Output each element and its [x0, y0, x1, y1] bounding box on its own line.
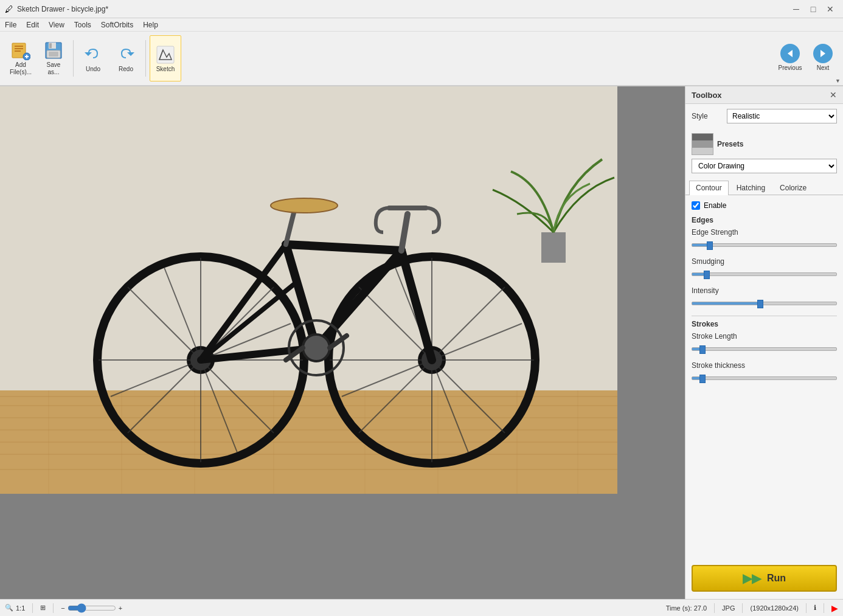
stroke-length-fill [692, 348, 699, 350]
zoom-value: 1:1 [16, 604, 25, 612]
status-sep-1 [32, 603, 33, 613]
run-icon: ▶▶ [743, 571, 761, 586]
status-sep-3 [714, 603, 715, 613]
edge-strength-row: Edge Strength [692, 228, 837, 251]
status-sep-6 [824, 603, 824, 613]
smudging-thumb[interactable] [704, 271, 710, 279]
stroke-thickness-label: Stroke thickness [692, 361, 837, 370]
intensity-thumb[interactable] [757, 300, 763, 308]
zoom-icon: 🔍 [5, 604, 13, 612]
next-label: Next [817, 64, 830, 71]
canvas-area [0, 86, 685, 599]
edge-strength-slider-container [692, 239, 837, 251]
main-content: Toolbox ✕ Style Realistic Sketch Cartoon… [0, 86, 843, 599]
menu-file[interactable]: File [0, 19, 21, 30]
presets-label: Presets [717, 140, 743, 148]
edges-section-label: Edges [692, 216, 837, 224]
svg-rect-9 [49, 43, 52, 48]
svg-marker-13 [788, 50, 793, 57]
menu-help[interactable]: Help [138, 19, 163, 30]
app-title: Sketch Drawer - bicycle.jpg* [17, 5, 108, 13]
status-fit: ⊞ [40, 604, 46, 612]
undo-label: Undo [86, 66, 100, 72]
edge-strength-track [692, 243, 837, 247]
minimize-button[interactable]: ─ [788, 3, 804, 15]
add-files-button[interactable]: AddFile(s)... [5, 35, 36, 81]
smudging-row: Smudging [692, 257, 837, 280]
add-files-label: AddFile(s)... [10, 61, 32, 76]
stroke-thickness-slider-container [692, 372, 837, 384]
presets-thumbnail [692, 133, 713, 155]
preset-select[interactable]: Color Drawing Pencil Sketch Charcoal Pen… [692, 159, 837, 173]
style-section: Style Realistic Sketch Cartoon Watercolo… [685, 104, 843, 133]
redo-button[interactable]: Redo [110, 35, 142, 81]
strokes-section-label: Strokes [692, 320, 837, 328]
next-button[interactable]: Next [808, 34, 838, 80]
zoom-plus-icon[interactable]: + [119, 604, 122, 612]
toolbox-panel: Toolbox ✕ Style Realistic Sketch Cartoon… [685, 86, 843, 599]
save-as-icon [44, 41, 63, 60]
stroke-length-thumb[interactable] [699, 345, 706, 354]
maximize-button[interactable]: □ [805, 3, 821, 15]
smudging-slider-container [692, 268, 837, 280]
status-info-icon[interactable]: ℹ [814, 604, 816, 612]
stroke-length-label: Stroke Length [692, 332, 837, 341]
smudging-fill [692, 273, 704, 275]
close-button[interactable]: ✕ [822, 3, 838, 15]
status-social-icon[interactable]: ▶ [831, 603, 838, 613]
redo-label: Redo [119, 66, 133, 72]
previous-arrow-icon [780, 44, 800, 63]
smudging-track [692, 272, 837, 276]
style-label: Style [692, 112, 722, 120]
undo-button[interactable]: Undo [77, 35, 109, 81]
previous-button[interactable]: Previous [775, 34, 805, 80]
smudging-label: Smudging [692, 257, 837, 266]
edge-strength-fill [692, 244, 707, 246]
tab-hatching[interactable]: Hatching [730, 181, 772, 195]
menu-tools[interactable]: Tools [69, 19, 96, 30]
stroke-thickness-row: Stroke thickness [692, 361, 837, 384]
tabs-bar: Contour Hatching Colorize [685, 181, 843, 195]
info-icon: ℹ [814, 604, 816, 612]
status-sep-4 [742, 603, 743, 613]
run-label: Run [767, 573, 786, 584]
undo-icon [83, 45, 103, 64]
status-format: JPG [722, 604, 735, 612]
svg-line-63 [286, 244, 401, 251]
window-controls: ─ □ ✕ [788, 3, 838, 15]
stroke-length-track [692, 347, 837, 351]
status-sep-2 [53, 603, 54, 613]
menu-softorbits[interactable]: SoftOrbits [96, 19, 138, 30]
stroke-thickness-fill [692, 377, 699, 379]
tab-content: Enable Edges Edge Strength Smudging [685, 195, 843, 396]
title-bar: 🖊 Sketch Drawer - bicycle.jpg* ─ □ ✕ [0, 0, 843, 18]
intensity-slider-container [692, 297, 837, 310]
tab-colorize[interactable]: Colorize [773, 181, 813, 195]
zoom-slider[interactable] [68, 603, 116, 613]
save-as-button[interactable]: Saveas... [38, 35, 69, 81]
edge-strength-label: Edge Strength [692, 228, 837, 237]
style-select[interactable]: Realistic Sketch Cartoon Watercolor [727, 109, 837, 123]
redo-icon [116, 45, 136, 64]
dimensions-value: (1920x1280x24) [750, 604, 799, 612]
bicycle-image [0, 86, 617, 494]
menu-view[interactable]: View [44, 19, 69, 30]
status-bar: 🔍 1:1 ⊞ − + Time (s): 27.0 JPG (1920x128… [0, 599, 843, 616]
preset-dropdown-row: Color Drawing Pencil Sketch Charcoal Pen… [692, 159, 837, 173]
run-button[interactable]: ▶▶ Run [692, 565, 837, 592]
tab-contour[interactable]: Contour [689, 181, 729, 195]
edge-strength-thumb[interactable] [707, 241, 713, 250]
stroke-length-slider-container [692, 343, 837, 355]
status-time: Time (s): 27.0 [666, 604, 707, 612]
menu-edit[interactable]: Edit [21, 19, 44, 30]
stroke-thickness-thumb[interactable] [699, 375, 706, 383]
zoom-minus-icon[interactable]: − [61, 604, 64, 612]
navigation-buttons: Previous Next [775, 34, 838, 80]
enable-checkbox[interactable] [692, 201, 700, 210]
enable-label[interactable]: Enable [704, 201, 726, 210]
sketch-button[interactable]: Sketch ▼ [150, 35, 181, 81]
toolbox-close-button[interactable]: ✕ [830, 90, 837, 100]
intensity-label: Intensity [692, 286, 837, 295]
toolbox-header: Toolbox ✕ [685, 86, 843, 104]
svg-point-72 [303, 334, 330, 361]
